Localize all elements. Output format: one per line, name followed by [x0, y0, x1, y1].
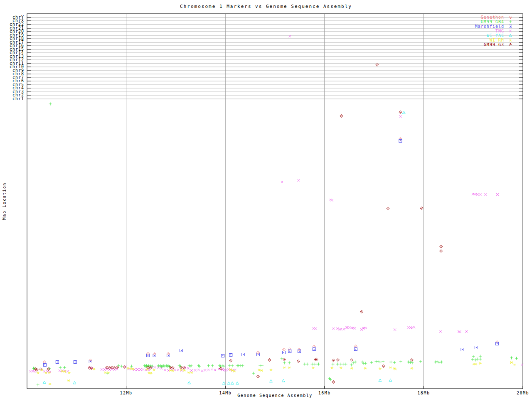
y-gridlines: chrYchrXchr22chr21chr20chr19chr18chr17ch…: [10, 15, 523, 101]
series-gm99-gb4: [32, 103, 518, 387]
legend-item-marshfield: Marshfield: [475, 24, 514, 29]
legend-label: WI RH: [490, 38, 504, 42]
legend-label: GM99 GB4: [481, 20, 504, 24]
legend-item-genethon: Genethon: [475, 15, 514, 20]
legend-label: TNG: [495, 29, 504, 33]
marshfield-marker-icon: [507, 24, 514, 29]
legend-item-wi-rh: WI RH: [475, 38, 514, 42]
series-genethon: [43, 138, 498, 364]
legend-label: WI YAC: [487, 33, 504, 38]
chart-figure: Chromosome 1 Markers vs Genome Sequence …: [0, 0, 532, 399]
legend-item-gm99-g3: GM99 G3: [475, 42, 514, 47]
gm99-g3-marker-icon: [507, 42, 514, 47]
x-gridlines: 12Mb14Mb16Mb18Mb20Mb: [120, 14, 529, 395]
plot-border: [27, 14, 523, 389]
gm99-gb4-marker-icon: [507, 20, 514, 24]
series-tng: [29, 35, 523, 373]
legend-item-gm99-gb4: GM99 GB4: [475, 20, 514, 24]
wi-rh-marker-icon: [507, 38, 514, 42]
series-marshfield: [43, 140, 498, 367]
legend-label: Marshfield: [475, 24, 504, 29]
genethon-marker-icon: [507, 15, 514, 20]
legend-label: GM99 G3: [484, 42, 504, 47]
legend-item-wi-yac: WI YAC: [475, 33, 514, 38]
y-tick-label: chr1: [12, 96, 24, 101]
plot-area: chrYchrXchr22chr21chr20chr19chr18chr17ch…: [0, 0, 532, 399]
legend: GenethonGM99 GB4MarshfieldTNGWI YACWI RH…: [475, 15, 514, 47]
x-axis-label: Genome Sequence Assembly: [27, 393, 523, 398]
series-gm99-g3: [34, 64, 443, 384]
tng-marker-icon: [507, 29, 514, 33]
series-wi-yac: [43, 111, 405, 384]
wi-yac-marker-icon: [507, 33, 514, 38]
legend-label: Genethon: [481, 15, 504, 20]
legend-item-tng: TNG: [475, 29, 514, 33]
